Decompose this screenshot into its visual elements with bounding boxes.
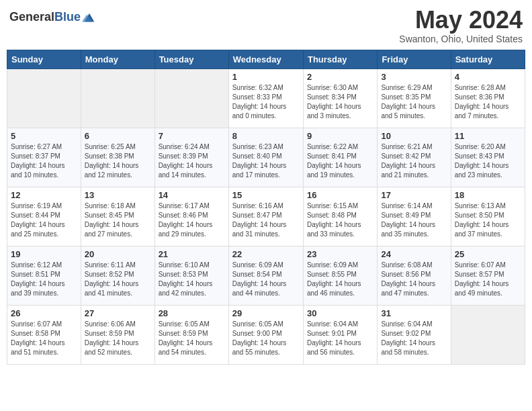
day-info: Sunrise: 6:25 AM Sunset: 8:38 PM Dayligh… bbox=[85, 142, 151, 180]
day-number: 25 bbox=[455, 249, 521, 259]
day-number: 21 bbox=[159, 249, 225, 259]
calendar-cell: 28Sunrise: 6:05 AM Sunset: 8:59 PM Dayli… bbox=[154, 305, 228, 364]
day-number: 7 bbox=[159, 131, 225, 141]
day-info: Sunrise: 6:15 AM Sunset: 8:48 PM Dayligh… bbox=[307, 201, 373, 239]
day-info: Sunrise: 6:06 AM Sunset: 8:59 PM Dayligh… bbox=[85, 320, 151, 357]
day-number: 13 bbox=[85, 190, 151, 200]
day-number: 19 bbox=[11, 249, 77, 259]
calendar-cell bbox=[451, 305, 525, 364]
calendar-cell: 20Sunrise: 6:11 AM Sunset: 8:52 PM Dayli… bbox=[81, 246, 154, 305]
calendar-header-wednesday: Wednesday bbox=[228, 50, 303, 68]
day-info: Sunrise: 6:16 AM Sunset: 8:47 PM Dayligh… bbox=[232, 201, 300, 239]
calendar-cell: 14Sunrise: 6:17 AM Sunset: 8:46 PM Dayli… bbox=[154, 187, 228, 246]
day-info: Sunrise: 6:05 AM Sunset: 9:00 PM Dayligh… bbox=[232, 320, 300, 357]
calendar-cell: 19Sunrise: 6:12 AM Sunset: 8:51 PM Dayli… bbox=[7, 246, 81, 305]
calendar-cell: 27Sunrise: 6:06 AM Sunset: 8:59 PM Dayli… bbox=[81, 305, 154, 364]
calendar-cell: 18Sunrise: 6:13 AM Sunset: 8:50 PM Dayli… bbox=[451, 187, 525, 246]
calendar-week-row: 5Sunrise: 6:27 AM Sunset: 8:37 PM Daylig… bbox=[7, 128, 525, 187]
day-info: Sunrise: 6:29 AM Sunset: 8:35 PM Dayligh… bbox=[381, 83, 447, 121]
calendar-header-friday: Friday bbox=[378, 50, 451, 68]
day-number: 4 bbox=[455, 72, 521, 82]
day-number: 16 bbox=[307, 190, 373, 200]
day-number: 22 bbox=[232, 249, 300, 259]
calendar-cell: 5Sunrise: 6:27 AM Sunset: 8:37 PM Daylig… bbox=[7, 128, 81, 187]
day-info: Sunrise: 6:09 AM Sunset: 8:55 PM Dayligh… bbox=[307, 261, 373, 298]
calendar-cell: 16Sunrise: 6:15 AM Sunset: 8:48 PM Dayli… bbox=[303, 187, 377, 246]
calendar-cell: 6Sunrise: 6:25 AM Sunset: 8:38 PM Daylig… bbox=[81, 128, 154, 187]
day-info: Sunrise: 6:07 AM Sunset: 8:57 PM Dayligh… bbox=[455, 261, 521, 298]
calendar-header-tuesday: Tuesday bbox=[154, 50, 228, 68]
day-info: Sunrise: 6:08 AM Sunset: 8:56 PM Dayligh… bbox=[381, 261, 447, 298]
calendar-cell: 24Sunrise: 6:08 AM Sunset: 8:56 PM Dayli… bbox=[378, 246, 451, 305]
day-number: 14 bbox=[159, 190, 225, 200]
title-block: May 2024 Swanton, Ohio, United States bbox=[399, 7, 523, 44]
calendar-header-thursday: Thursday bbox=[303, 50, 377, 68]
day-info: Sunrise: 6:04 AM Sunset: 9:02 PM Dayligh… bbox=[381, 320, 447, 357]
day-info: Sunrise: 6:23 AM Sunset: 8:40 PM Dayligh… bbox=[232, 142, 300, 180]
day-number: 23 bbox=[307, 249, 373, 259]
logo-general: GeneralBlue bbox=[9, 11, 81, 24]
day-number: 29 bbox=[232, 308, 300, 318]
calendar-cell: 21Sunrise: 6:10 AM Sunset: 8:53 PM Dayli… bbox=[154, 246, 228, 305]
calendar-cell: 4Sunrise: 6:28 AM Sunset: 8:36 PM Daylig… bbox=[451, 68, 525, 128]
calendar-week-row: 19Sunrise: 6:12 AM Sunset: 8:51 PM Dayli… bbox=[7, 246, 525, 305]
day-number: 12 bbox=[11, 190, 77, 200]
day-number: 17 bbox=[381, 190, 447, 200]
calendar-header-row: SundayMondayTuesdayWednesdayThursdayFrid… bbox=[7, 50, 525, 68]
calendar-cell: 11Sunrise: 6:20 AM Sunset: 8:43 PM Dayli… bbox=[451, 128, 525, 187]
day-info: Sunrise: 6:21 AM Sunset: 8:42 PM Dayligh… bbox=[381, 142, 447, 180]
day-info: Sunrise: 6:22 AM Sunset: 8:41 PM Dayligh… bbox=[307, 142, 373, 180]
day-number: 11 bbox=[455, 131, 521, 141]
page-header: GeneralBlue May 2024 Swanton, Ohio, Unit… bbox=[7, 7, 525, 44]
calendar-cell: 3Sunrise: 6:29 AM Sunset: 8:35 PM Daylig… bbox=[378, 68, 451, 128]
calendar-cell: 12Sunrise: 6:19 AM Sunset: 8:44 PM Dayli… bbox=[7, 187, 81, 246]
day-number: 31 bbox=[381, 308, 447, 318]
calendar-cell: 15Sunrise: 6:16 AM Sunset: 8:47 PM Dayli… bbox=[228, 187, 303, 246]
month-title: May 2024 bbox=[399, 7, 523, 34]
day-info: Sunrise: 6:27 AM Sunset: 8:37 PM Dayligh… bbox=[11, 142, 77, 180]
day-number: 27 bbox=[85, 308, 151, 318]
calendar-cell: 22Sunrise: 6:09 AM Sunset: 8:54 PM Dayli… bbox=[228, 246, 303, 305]
calendar-week-row: 26Sunrise: 6:07 AM Sunset: 8:58 PM Dayli… bbox=[7, 305, 525, 364]
day-info: Sunrise: 6:09 AM Sunset: 8:54 PM Dayligh… bbox=[232, 261, 300, 298]
logo-icon bbox=[82, 11, 97, 26]
day-info: Sunrise: 6:04 AM Sunset: 9:01 PM Dayligh… bbox=[307, 320, 373, 357]
calendar-cell: 9Sunrise: 6:22 AM Sunset: 8:41 PM Daylig… bbox=[303, 128, 377, 187]
day-info: Sunrise: 6:11 AM Sunset: 8:52 PM Dayligh… bbox=[85, 261, 151, 298]
day-info: Sunrise: 6:18 AM Sunset: 8:45 PM Dayligh… bbox=[85, 201, 151, 239]
calendar-cell: 2Sunrise: 6:30 AM Sunset: 8:34 PM Daylig… bbox=[303, 68, 377, 128]
calendar-cell: 26Sunrise: 6:07 AM Sunset: 8:58 PM Dayli… bbox=[7, 305, 81, 364]
calendar-table: SundayMondayTuesdayWednesdayThursdayFrid… bbox=[7, 50, 525, 365]
calendar-cell: 7Sunrise: 6:24 AM Sunset: 8:39 PM Daylig… bbox=[154, 128, 228, 187]
calendar-cell: 30Sunrise: 6:04 AM Sunset: 9:01 PM Dayli… bbox=[303, 305, 377, 364]
day-info: Sunrise: 6:10 AM Sunset: 8:53 PM Dayligh… bbox=[159, 261, 225, 298]
calendar-cell: 31Sunrise: 6:04 AM Sunset: 9:02 PM Dayli… bbox=[378, 305, 451, 364]
day-number: 5 bbox=[11, 131, 77, 141]
calendar-week-row: 1Sunrise: 6:32 AM Sunset: 8:33 PM Daylig… bbox=[7, 68, 525, 128]
day-info: Sunrise: 6:30 AM Sunset: 8:34 PM Dayligh… bbox=[307, 83, 373, 121]
day-number: 18 bbox=[455, 190, 521, 200]
day-number: 24 bbox=[381, 249, 447, 259]
calendar-week-row: 12Sunrise: 6:19 AM Sunset: 8:44 PM Dayli… bbox=[7, 187, 525, 246]
day-info: Sunrise: 6:28 AM Sunset: 8:36 PM Dayligh… bbox=[455, 83, 521, 121]
calendar-cell bbox=[7, 68, 81, 128]
day-number: 26 bbox=[11, 308, 77, 318]
day-info: Sunrise: 6:12 AM Sunset: 8:51 PM Dayligh… bbox=[11, 261, 77, 298]
day-info: Sunrise: 6:17 AM Sunset: 8:46 PM Dayligh… bbox=[159, 201, 225, 239]
day-number: 28 bbox=[159, 308, 225, 318]
day-info: Sunrise: 6:20 AM Sunset: 8:43 PM Dayligh… bbox=[455, 142, 521, 180]
calendar-cell bbox=[81, 68, 154, 128]
calendar-cell: 10Sunrise: 6:21 AM Sunset: 8:42 PM Dayli… bbox=[378, 128, 451, 187]
day-info: Sunrise: 6:32 AM Sunset: 8:33 PM Dayligh… bbox=[232, 83, 300, 121]
day-info: Sunrise: 6:19 AM Sunset: 8:44 PM Dayligh… bbox=[11, 201, 77, 239]
location: Swanton, Ohio, United States bbox=[399, 34, 523, 44]
day-number: 6 bbox=[85, 131, 151, 141]
day-number: 8 bbox=[232, 131, 300, 141]
calendar-header-sunday: Sunday bbox=[7, 50, 81, 68]
calendar-cell: 29Sunrise: 6:05 AM Sunset: 9:00 PM Dayli… bbox=[228, 305, 303, 364]
day-number: 10 bbox=[381, 131, 447, 141]
day-number: 3 bbox=[381, 72, 447, 82]
calendar-header-saturday: Saturday bbox=[451, 50, 525, 68]
day-number: 15 bbox=[232, 190, 300, 200]
day-info: Sunrise: 6:14 AM Sunset: 8:49 PM Dayligh… bbox=[381, 201, 447, 239]
